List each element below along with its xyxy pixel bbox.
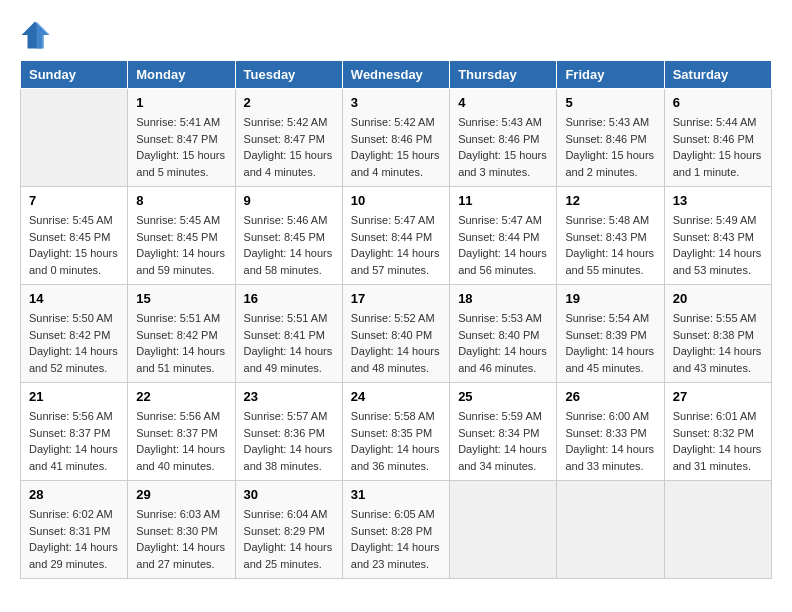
day-info: Sunrise: 5:43 AM Sunset: 8:46 PM Dayligh… (565, 114, 655, 180)
header-monday: Monday (128, 61, 235, 89)
calendar-cell: 28Sunrise: 6:02 AM Sunset: 8:31 PM Dayli… (21, 481, 128, 579)
week-row-5: 28Sunrise: 6:02 AM Sunset: 8:31 PM Dayli… (21, 481, 772, 579)
day-number: 5 (565, 95, 655, 110)
calendar-cell: 26Sunrise: 6:00 AM Sunset: 8:33 PM Dayli… (557, 383, 664, 481)
day-number: 30 (244, 487, 334, 502)
day-number: 1 (136, 95, 226, 110)
calendar-cell: 6Sunrise: 5:44 AM Sunset: 8:46 PM Daylig… (664, 89, 771, 187)
week-row-3: 14Sunrise: 5:50 AM Sunset: 8:42 PM Dayli… (21, 285, 772, 383)
calendar-cell: 11Sunrise: 5:47 AM Sunset: 8:44 PM Dayli… (450, 187, 557, 285)
calendar-cell: 25Sunrise: 5:59 AM Sunset: 8:34 PM Dayli… (450, 383, 557, 481)
calendar-cell: 17Sunrise: 5:52 AM Sunset: 8:40 PM Dayli… (342, 285, 449, 383)
week-row-2: 7Sunrise: 5:45 AM Sunset: 8:45 PM Daylig… (21, 187, 772, 285)
day-number: 28 (29, 487, 119, 502)
calendar-cell: 27Sunrise: 6:01 AM Sunset: 8:32 PM Dayli… (664, 383, 771, 481)
day-info: Sunrise: 6:02 AM Sunset: 8:31 PM Dayligh… (29, 506, 119, 572)
calendar-cell (450, 481, 557, 579)
day-number: 17 (351, 291, 441, 306)
calendar-cell: 2Sunrise: 5:42 AM Sunset: 8:47 PM Daylig… (235, 89, 342, 187)
calendar-cell: 9Sunrise: 5:46 AM Sunset: 8:45 PM Daylig… (235, 187, 342, 285)
calendar-cell: 23Sunrise: 5:57 AM Sunset: 8:36 PM Dayli… (235, 383, 342, 481)
day-number: 31 (351, 487, 441, 502)
header-sunday: Sunday (21, 61, 128, 89)
day-number: 12 (565, 193, 655, 208)
day-info: Sunrise: 5:52 AM Sunset: 8:40 PM Dayligh… (351, 310, 441, 376)
calendar-cell: 16Sunrise: 5:51 AM Sunset: 8:41 PM Dayli… (235, 285, 342, 383)
header-friday: Friday (557, 61, 664, 89)
day-number: 4 (458, 95, 548, 110)
calendar-cell (557, 481, 664, 579)
day-info: Sunrise: 5:44 AM Sunset: 8:46 PM Dayligh… (673, 114, 763, 180)
page-header (20, 20, 772, 50)
calendar-cell: 24Sunrise: 5:58 AM Sunset: 8:35 PM Dayli… (342, 383, 449, 481)
day-info: Sunrise: 5:47 AM Sunset: 8:44 PM Dayligh… (351, 212, 441, 278)
logo-icon (20, 20, 50, 50)
calendar-body: 1Sunrise: 5:41 AM Sunset: 8:47 PM Daylig… (21, 89, 772, 579)
day-number: 27 (673, 389, 763, 404)
day-info: Sunrise: 6:01 AM Sunset: 8:32 PM Dayligh… (673, 408, 763, 474)
week-row-4: 21Sunrise: 5:56 AM Sunset: 8:37 PM Dayli… (21, 383, 772, 481)
calendar-cell: 4Sunrise: 5:43 AM Sunset: 8:46 PM Daylig… (450, 89, 557, 187)
day-info: Sunrise: 5:51 AM Sunset: 8:41 PM Dayligh… (244, 310, 334, 376)
calendar-cell: 18Sunrise: 5:53 AM Sunset: 8:40 PM Dayli… (450, 285, 557, 383)
calendar-cell: 30Sunrise: 6:04 AM Sunset: 8:29 PM Dayli… (235, 481, 342, 579)
calendar-header: SundayMondayTuesdayWednesdayThursdayFrid… (21, 61, 772, 89)
day-info: Sunrise: 5:42 AM Sunset: 8:46 PM Dayligh… (351, 114, 441, 180)
day-info: Sunrise: 5:53 AM Sunset: 8:40 PM Dayligh… (458, 310, 548, 376)
day-number: 11 (458, 193, 548, 208)
day-number: 29 (136, 487, 226, 502)
day-info: Sunrise: 5:50 AM Sunset: 8:42 PM Dayligh… (29, 310, 119, 376)
calendar-cell: 5Sunrise: 5:43 AM Sunset: 8:46 PM Daylig… (557, 89, 664, 187)
svg-marker-1 (37, 22, 51, 49)
day-number: 26 (565, 389, 655, 404)
day-info: Sunrise: 5:45 AM Sunset: 8:45 PM Dayligh… (29, 212, 119, 278)
logo (20, 20, 54, 50)
day-info: Sunrise: 5:51 AM Sunset: 8:42 PM Dayligh… (136, 310, 226, 376)
header-tuesday: Tuesday (235, 61, 342, 89)
day-info: Sunrise: 5:57 AM Sunset: 8:36 PM Dayligh… (244, 408, 334, 474)
day-info: Sunrise: 5:48 AM Sunset: 8:43 PM Dayligh… (565, 212, 655, 278)
calendar-table: SundayMondayTuesdayWednesdayThursdayFrid… (20, 60, 772, 579)
day-info: Sunrise: 5:54 AM Sunset: 8:39 PM Dayligh… (565, 310, 655, 376)
calendar-cell: 1Sunrise: 5:41 AM Sunset: 8:47 PM Daylig… (128, 89, 235, 187)
day-info: Sunrise: 5:43 AM Sunset: 8:46 PM Dayligh… (458, 114, 548, 180)
day-info: Sunrise: 5:41 AM Sunset: 8:47 PM Dayligh… (136, 114, 226, 180)
day-number: 13 (673, 193, 763, 208)
day-number: 3 (351, 95, 441, 110)
header-thursday: Thursday (450, 61, 557, 89)
day-info: Sunrise: 5:42 AM Sunset: 8:47 PM Dayligh… (244, 114, 334, 180)
week-row-1: 1Sunrise: 5:41 AM Sunset: 8:47 PM Daylig… (21, 89, 772, 187)
calendar-cell: 20Sunrise: 5:55 AM Sunset: 8:38 PM Dayli… (664, 285, 771, 383)
calendar-cell: 7Sunrise: 5:45 AM Sunset: 8:45 PM Daylig… (21, 187, 128, 285)
day-info: Sunrise: 6:05 AM Sunset: 8:28 PM Dayligh… (351, 506, 441, 572)
calendar-cell: 21Sunrise: 5:56 AM Sunset: 8:37 PM Dayli… (21, 383, 128, 481)
day-info: Sunrise: 5:56 AM Sunset: 8:37 PM Dayligh… (136, 408, 226, 474)
day-number: 18 (458, 291, 548, 306)
day-number: 2 (244, 95, 334, 110)
calendar-cell (21, 89, 128, 187)
day-number: 15 (136, 291, 226, 306)
day-info: Sunrise: 5:47 AM Sunset: 8:44 PM Dayligh… (458, 212, 548, 278)
day-number: 23 (244, 389, 334, 404)
calendar-cell: 31Sunrise: 6:05 AM Sunset: 8:28 PM Dayli… (342, 481, 449, 579)
calendar-cell: 10Sunrise: 5:47 AM Sunset: 8:44 PM Dayli… (342, 187, 449, 285)
day-info: Sunrise: 5:45 AM Sunset: 8:45 PM Dayligh… (136, 212, 226, 278)
calendar-cell: 19Sunrise: 5:54 AM Sunset: 8:39 PM Dayli… (557, 285, 664, 383)
calendar-cell: 12Sunrise: 5:48 AM Sunset: 8:43 PM Dayli… (557, 187, 664, 285)
day-number: 8 (136, 193, 226, 208)
calendar-cell: 8Sunrise: 5:45 AM Sunset: 8:45 PM Daylig… (128, 187, 235, 285)
day-info: Sunrise: 6:00 AM Sunset: 8:33 PM Dayligh… (565, 408, 655, 474)
calendar-cell: 22Sunrise: 5:56 AM Sunset: 8:37 PM Dayli… (128, 383, 235, 481)
day-number: 20 (673, 291, 763, 306)
day-info: Sunrise: 5:56 AM Sunset: 8:37 PM Dayligh… (29, 408, 119, 474)
calendar-cell: 3Sunrise: 5:42 AM Sunset: 8:46 PM Daylig… (342, 89, 449, 187)
day-number: 10 (351, 193, 441, 208)
calendar-cell: 14Sunrise: 5:50 AM Sunset: 8:42 PM Dayli… (21, 285, 128, 383)
day-info: Sunrise: 5:59 AM Sunset: 8:34 PM Dayligh… (458, 408, 548, 474)
day-info: Sunrise: 6:03 AM Sunset: 8:30 PM Dayligh… (136, 506, 226, 572)
day-number: 19 (565, 291, 655, 306)
day-info: Sunrise: 6:04 AM Sunset: 8:29 PM Dayligh… (244, 506, 334, 572)
day-number: 6 (673, 95, 763, 110)
day-info: Sunrise: 5:55 AM Sunset: 8:38 PM Dayligh… (673, 310, 763, 376)
day-number: 25 (458, 389, 548, 404)
